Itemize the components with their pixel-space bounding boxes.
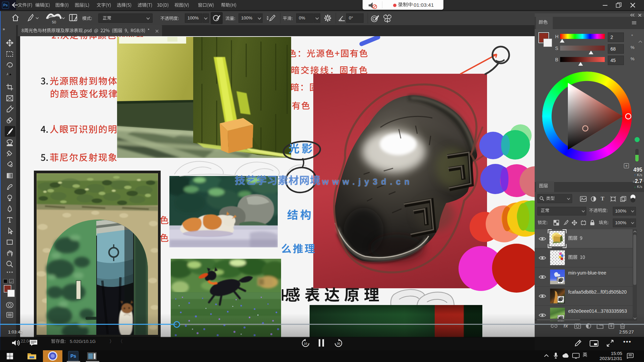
- svg-text:30: 30: [337, 342, 340, 345]
- svg-text:10: 10: [304, 342, 307, 345]
